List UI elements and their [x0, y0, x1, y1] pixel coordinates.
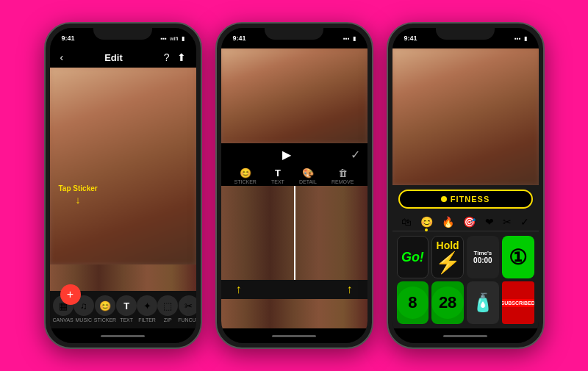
phone-3: 9:41 ▪▪▪ ▮ FITNESS 🛍 😊 🔥 🎯 ❤: [387, 22, 545, 349]
video-area-1: Tap Sticker ↓: [50, 68, 196, 264]
canvas-label: CANVAS: [53, 317, 74, 323]
sticker-num8-circle: 8: [397, 287, 429, 319]
sticker-hold[interactable]: Hold ⚡: [431, 236, 464, 278]
sticker-subscribed[interactable]: SUBSCRIBED: [502, 281, 534, 324]
funcut-icon: ✂: [179, 295, 196, 316]
sticker-num28[interactable]: 28: [431, 281, 464, 324]
sticker-panel: FITNESS 🛍 😊 🔥 🎯 ❤ ✂ ✓ Go!: [392, 185, 539, 328]
up-arrows: ↑ ↑: [221, 280, 368, 299]
toolbar-filter[interactable]: ✦ FILTER: [137, 295, 157, 323]
p2-detail-label: DETAIL: [299, 179, 317, 184]
sticker-times-val: 00:00: [473, 256, 492, 264]
signal-icon: ▪▪▪: [160, 35, 167, 42]
home-bar-3: [443, 335, 487, 337]
fitness-search-text: FITNESS: [451, 195, 490, 203]
p2-top-controls: ▶ ✓: [221, 143, 368, 165]
p2-detail-item[interactable]: 🎨 DETAIL: [299, 168, 317, 184]
battery-icon-3: ▮: [524, 35, 527, 42]
notch-3: [436, 24, 495, 40]
p2-remove-label: REMOVE: [331, 179, 354, 184]
home-indicator-2: [221, 328, 368, 343]
notch-2: [265, 24, 323, 40]
home-indicator-3: [392, 328, 539, 343]
p2-detail-icon: 🎨: [302, 168, 314, 179]
zip-icon: ⬚: [157, 295, 178, 316]
sticker-go[interactable]: Go!: [397, 236, 429, 278]
phone-2: 9:41 ▪▪▪ ▮ ▶ ✓ 😊 STICKER T TEXT: [215, 22, 373, 349]
text-icon: T: [116, 295, 137, 316]
play-button-2[interactable]: ▶: [282, 148, 291, 162]
signal-icon-3: ▪▪▪: [514, 35, 521, 42]
filter-icon: ✦: [137, 295, 157, 316]
sticker-subscribed-text: SUBSCRIBED: [502, 299, 534, 307]
sticker-bottle[interactable]: 🧴: [467, 281, 499, 324]
back-button-1[interactable]: ‹: [60, 51, 64, 63]
top-nav-1: ‹ Edit ? ⬆: [50, 48, 196, 68]
phone-1: 9:41 ▪▪▪ wifi ▮ ‹ Edit ? ⬆ Tap Sticker ↓: [44, 22, 202, 349]
screen-1: 9:41 ▪▪▪ wifi ▮ ‹ Edit ? ⬆ Tap Sticker ↓: [50, 28, 196, 343]
funcut-label: FUNCUT: [178, 317, 196, 323]
home-bar-1: [101, 335, 145, 337]
toolbar-text[interactable]: T TEXT: [116, 295, 137, 323]
p2-text-item[interactable]: T TEXT: [271, 168, 284, 184]
timeline-thumb-2: [221, 299, 368, 328]
cat-fire[interactable]: 🔥: [442, 216, 454, 228]
help-icon-1[interactable]: ?: [164, 51, 170, 63]
p2-text-label: TEXT: [271, 179, 284, 184]
up-arrow-2: ↑: [347, 283, 353, 296]
p2-remove-item[interactable]: 🗑 REMOVE: [331, 168, 354, 184]
fitness-dot: [441, 196, 447, 202]
fitness-search-bar[interactable]: FITNESS: [398, 190, 533, 209]
video-blur-1: [50, 68, 196, 264]
cat-bag[interactable]: 🛍: [401, 216, 412, 228]
p2-text-icon: T: [275, 168, 281, 179]
tap-sticker-arrow: ↓: [59, 194, 98, 206]
home-indicator-1: [50, 328, 196, 343]
status-icons-1: ▪▪▪ wifi ▮: [160, 35, 184, 42]
signal-icon-2: ▪▪▪: [343, 35, 350, 42]
cat-check[interactable]: ✓: [520, 216, 529, 228]
sticker-times[interactable]: Time's 00:00: [467, 236, 499, 278]
p2-timeline[interactable]: [221, 186, 368, 281]
text-label: TEXT: [120, 317, 133, 323]
sticker-icon: 😊: [95, 295, 115, 316]
p2-sticker-item[interactable]: 😊 STICKER: [234, 168, 257, 184]
p2-sticker-label: STICKER: [234, 179, 257, 184]
sticker-num1-circle: ①: [502, 241, 534, 273]
sticker-num8[interactable]: 8: [397, 281, 429, 324]
notch-1: [93, 24, 152, 40]
share-icon-1[interactable]: ⬆: [177, 51, 186, 63]
video-blur-2: [221, 48, 368, 143]
screen-2: 9:41 ▪▪▪ ▮ ▶ ✓ 😊 STICKER T TEXT: [221, 28, 368, 343]
toolbar-sticker[interactable]: 😊 STICKER: [94, 295, 116, 323]
screen-3: 9:41 ▪▪▪ ▮ FITNESS 🛍 😊 🔥 🎯 ❤: [392, 28, 539, 343]
timeline-strip-2[interactable]: [221, 299, 368, 328]
up-arrow-1: ↑: [236, 283, 242, 296]
sticker-go-text: Go!: [401, 250, 424, 265]
cat-emoji[interactable]: 😊: [420, 216, 433, 228]
add-button[interactable]: +: [60, 284, 81, 305]
time-3: 9:41: [404, 35, 417, 42]
wifi-icon: wifi: [170, 35, 179, 42]
toolbar-funcut[interactable]: ✂ FUNCUT: [178, 295, 196, 323]
video-area-2: [221, 48, 368, 143]
p2-playhead: [294, 186, 295, 281]
tap-sticker-text: Tap Sticker: [59, 184, 98, 192]
tap-sticker-label: Tap Sticker ↓: [59, 184, 98, 206]
check-button-2[interactable]: ✓: [351, 148, 360, 162]
sticker-num1[interactable]: ①: [502, 236, 534, 278]
toolbar-zip[interactable]: ⬚ ZIP: [157, 295, 178, 323]
cat-heart[interactable]: ❤: [485, 216, 494, 228]
cat-target[interactable]: 🎯: [463, 216, 476, 228]
p2-remove-icon: 🗑: [338, 168, 348, 179]
page-title-1: Edit: [104, 52, 123, 63]
sticker-times-title: Time's: [473, 250, 492, 256]
status-icons-3: ▪▪▪ ▮: [514, 35, 527, 42]
sticker-times-content: Time's 00:00: [473, 250, 492, 264]
status-icons-2: ▪▪▪ ▮: [343, 35, 356, 42]
home-bar-2: [272, 335, 316, 337]
cat-scissors[interactable]: ✂: [503, 216, 512, 228]
sticker-lightning-icon: ⚡: [435, 251, 461, 275]
video-area-3: [392, 48, 539, 185]
zip-label: ZIP: [164, 317, 172, 323]
